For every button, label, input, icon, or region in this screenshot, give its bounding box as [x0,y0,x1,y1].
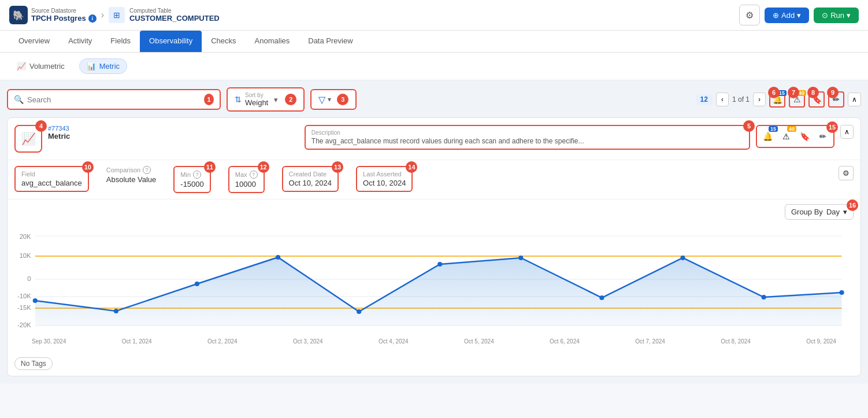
comparison-label: Comparison ? [106,166,157,174]
orange-badge-group: ⚠ 40 7 [789,91,805,108]
tab-checks[interactable]: Checks [202,31,245,52]
filter-box[interactable]: ▽ ▾ 3 [310,89,357,110]
search-input[interactable] [27,95,197,104]
svg-text:-10K: -10K [17,293,31,299]
action-bell-badge: 15 [769,126,778,132]
group-by-row: Group By Day ▾ 16 [8,199,860,224]
field-label: Field [21,171,82,177]
chart-point [680,256,685,260]
x-label-9: Oct 9, 2024 [806,338,836,345]
metric-details: Field avg_acct_balance 10 Comparison ? A… [8,160,860,199]
prev-page-button[interactable]: ‹ [716,93,729,106]
collapse-button[interactable]: ∧ [848,93,861,106]
max-label-text: Max [235,171,247,178]
main-content: 🔍 1 ⇅ Sort by Weight ▾ 2 ▽ ▾ 3 12 ‹ 1 of… [0,80,868,383]
tab-data-preview[interactable]: Data Preview [299,31,362,52]
x-label-6: Oct 6, 2024 [550,338,580,345]
action-bell-button[interactable]: 🔔 15 [759,128,776,145]
created-date-label: Created Date [289,171,332,177]
view-toggle: 📈 Volumetric 📊 Metric [0,53,868,80]
min-help-icon: ? [193,171,201,179]
action-warning-button[interactable]: ⚠ 40 [778,128,794,145]
comparison-col: Comparison ? Absolute Value [106,166,157,184]
tab-overview[interactable]: Overview [9,31,59,52]
comparison-help-icon: ? [143,166,151,174]
group-by-wrapper: Group By Day ▾ 16 [785,204,854,220]
source-sublabel: Source Datastore [31,8,97,14]
annotation-16: 16 [847,199,858,211]
x-label-0: Sep 30, 2024 [32,338,66,345]
nav-tabs: Overview Activity Fields Observability C… [0,31,868,53]
db-icon: 🐘 [9,6,28,24]
action-buttons-group: 🔔 15 ⚠ 40 🔖 ✏ 15 [756,125,834,148]
tab-observability[interactable]: Observability [140,31,202,52]
chart-point [276,255,280,260]
tab-anomalies[interactable]: Anomalies [246,31,299,52]
max-value: 10000 [235,180,258,188]
annotation-5: 5 [743,120,755,132]
group-by-chevron-icon: ▾ [843,208,847,216]
chart-point [114,309,118,313]
annotation-13: 13 [332,161,343,173]
chart-point [599,295,604,300]
info-icon: i [88,14,97,23]
annotation-11: 11 [204,161,216,173]
x-axis-labels: Sep 30, 2024 Oct 1, 2024 Oct 2, 2024 Oct… [14,336,854,349]
volumetric-toggle[interactable]: 📈 Volumetric [9,58,72,74]
run-play-icon: ⊙ [822,11,828,20]
metric-collapse-button[interactable]: ∧ [840,125,854,139]
group-by-value: Day [826,208,840,216]
annotation-1: 1 [204,94,214,105]
x-label-7: Oct 7, 2024 [635,338,665,345]
no-tags-button[interactable]: No Tags [14,357,53,370]
details-filter-button[interactable]: ⚙ [839,166,854,180]
run-button[interactable]: ⊙ Run ▾ [814,8,859,23]
metric-card: 📈 4 #77343 Metric Description The avg_ac… [7,117,861,376]
toolbar-right: 12 ‹ 1 of 1 › 🔔 15 6 ⚠ 40 7 🔖 [696,91,861,108]
toolbar-row: 🔍 1 ⇅ Sort by Weight ▾ 2 ▽ ▾ 3 12 ‹ 1 of… [7,87,861,112]
volumetric-icon: 📈 [17,62,26,71]
next-page-button[interactable]: › [753,93,766,106]
add-button[interactable]: ⊕ Add ▾ [765,8,809,23]
metric-toggle[interactable]: 📊 Metric [79,58,127,74]
tab-activity[interactable]: Activity [59,31,101,52]
annotation-4: 4 [35,120,47,132]
svg-text:20K: 20K [20,233,32,240]
search-box[interactable]: 🔍 1 [7,89,221,110]
action-warning-badge: 40 [787,126,796,132]
max-wrapper: Max ? 10000 12 [228,166,265,193]
action-bookmark-button[interactable]: 🔖 [796,128,813,145]
computed-icon: ⊞ [109,7,125,23]
x-label-3: Oct 3, 2024 [293,338,323,345]
last-asserted-value: Oct 10, 2024 [363,179,406,187]
chart-fill [35,257,842,325]
svg-text:-15K: -15K [17,304,31,311]
filter-chevron-icon: ▾ [328,95,331,103]
svg-text:10K: 10K [20,252,32,259]
settings-button[interactable]: ⚙ [739,5,760,25]
chart-point [195,282,199,286]
description-wrapper: Description The avg_acct_balance must re… [305,125,750,150]
x-label-1: Oct 1, 2024 [122,338,152,345]
page-count-badge: 12 [696,94,713,105]
chart-area: 20K 10K 0 -10K -15K -20K [8,224,860,352]
tab-fields[interactable]: Fields [101,31,140,52]
field-box: Field avg_acct_balance [14,166,89,192]
source-datastore: 🐘 Source Datastore TPCH Postgres i [9,6,97,24]
sort-box[interactable]: ⇅ Sort by Weight ▾ 2 [227,87,305,112]
top-actions: ⚙ ⊕ Add ▾ ⊙ Run ▾ [739,5,859,25]
group-by-select[interactable]: Group By Day ▾ [785,204,854,220]
annotation-2: 2 [285,94,296,105]
min-label: Min ? [180,171,203,179]
created-date-wrapper: Created Date Oct 10, 2024 13 [282,166,339,192]
computed-label-group: Computed Table CUSTOMER_COMPUTED [129,8,220,23]
field-value: avg_acct_balance [21,179,82,187]
annotation-8: 8 [807,87,819,98]
last-asserted-wrapper: Last Asserted Oct 10, 2024 14 [356,166,413,192]
metric-chart: 20K 10K 0 -10K -15K -20K [14,230,854,334]
annotation-12: 12 [258,161,269,173]
add-plus-icon: ⊕ [773,11,779,20]
add-label: Add [781,11,795,20]
breadcrumb: 🐘 Source Datastore TPCH Postgres i › ⊞ C… [9,6,220,24]
search-icon: 🔍 [14,95,24,104]
